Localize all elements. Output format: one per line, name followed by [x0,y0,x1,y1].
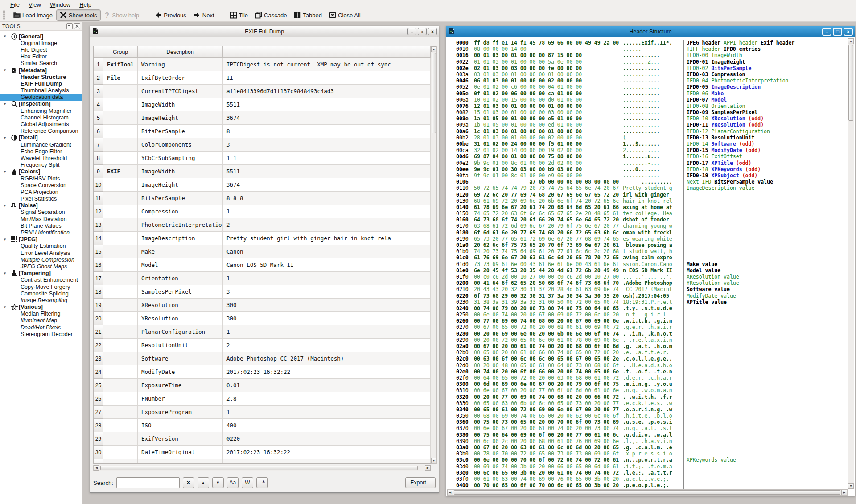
collapse-arrow-icon[interactable]: ▼ [0,136,10,140]
search-input[interactable] [116,477,180,488]
table-row[interactable]: 6BitsPerSample8 [94,125,431,138]
hex-line[interactable]: 02c000 63 00 6f 00 6c 00 6c00 65 00 67 0… [456,356,672,362]
table-row[interactable]: 24ModifyDate2017:02:23 16:32:22 [94,365,431,379]
table-row[interactable]: 21PlanarConfiguration1 [94,325,431,339]
minimize-icon[interactable]: – [407,28,416,35]
hex-line[interactable]: 039000 6c 00 2c 00 20 00 6800 61 00 76 0… [456,438,672,444]
exif-vscroll-thumb[interactable] [432,53,436,133]
table-row[interactable]: 13PhotometricInterpretation2 [94,218,431,232]
float-panel-icon[interactable] [66,23,73,29]
search-prev-icon[interactable]: ▲ [198,477,209,488]
hex-line[interactable]: 02e000 74 00 20 00 6f 00 6600 20 00 74 0… [456,369,672,375]
hex-line[interactable]: 02a000 67 00 20 00 61 00 7400 20 00 68 0… [456,343,672,349]
sidebar-item-hex-editor[interactable]: Hex Editor [0,53,82,60]
table-row[interactable]: 20YResolution300 [94,312,431,325]
table-row[interactable]: 29ExifVersion0220 [94,432,431,446]
sidebar-item-wavelet-threshold[interactable]: Wavelet Threshold [0,155,82,161]
hex-line[interactable]: 02b000 65 00 20 00 61 00 6600 74 00 65 0… [456,349,672,356]
table-row[interactable]: 22ResolutionUnit2 [94,339,431,352]
hex-line[interactable]: 017063 68 61 72 6d 69 6e 6720 79 6f 75 6… [456,223,672,229]
match-case-button[interactable]: Aa [227,477,239,488]
hex-line[interactable]: 001600 01 03 00 01 00 00 0087 15 00 00..… [456,52,672,58]
show-help-button[interactable]: ?Show help [101,9,143,21]
table-row[interactable]: 18SamplesPerPixel3 [94,285,431,299]
table-row[interactable]: 16ModelCanon EOS 5D Mark II [94,258,431,272]
column-header-index[interactable] [94,46,103,58]
hex-line[interactable]: 016064 73 68 6f 74 20 6f 6620 74 65 6e 6… [456,217,672,223]
sidebar-item-error-level-analysis[interactable]: Error Level Analysis [0,250,82,256]
next-button[interactable]: Next [190,9,218,21]
hex-line[interactable]: 035000 68 00 69 00 74 00 6500 20 00 62 0… [456,413,672,419]
hex-line[interactable]: 021020 43 43 20 32 30 31 3720 28 4d 61 6… [456,286,672,292]
tree-section-detail[interactable]: ▼[Detail] [0,135,82,141]
sidebar-item-luminance-gradient[interactable]: Luminance Gradient [0,141,82,148]
tree-section-metadata[interactable]: ▼[Metadata] [0,67,82,74]
hex-line[interactable]: 031000 6e 00 67 00 20 00 7700 6f 00 6d 0… [456,387,672,393]
tree-section-general[interactable]: ▼[General] [0,33,82,40]
hex-line[interactable]: 02206f 73 68 29 00 32 30 3137 3a 30 34 3… [456,293,672,299]
sidebar-item-illuminant-map[interactable]: Illuminant Map [0,317,82,324]
hex-line[interactable]: 01e06e 20 45 4f 53 20 35 4420 4d 61 72 6… [456,267,672,274]
tile-button[interactable]: Tile [226,9,251,21]
hex-line[interactable]: 030000 6d 00 69 00 6e 00 6700 20 00 79 0… [456,381,672,387]
collapse-arrow-icon[interactable]: ▼ [0,34,10,38]
sidebar-item-geolocation-data[interactable]: Geolocation data [0,94,82,101]
hex-line[interactable]: 020000 41 64 6f 62 65 20 5068 6f 74 6f 7… [456,280,672,286]
sidebar-item-pixel-statistics[interactable]: Pixel Statistics [0,196,82,202]
hex-line[interactable]: 009a1b 01 05 00 01 00 00 00ed 01 00 00..… [456,122,672,128]
sidebar-item-pca-projection[interactable]: PCA Projection [0,188,82,195]
sidebar-item-copy-move-forgery[interactable]: Copy-Move Forgery [0,283,82,290]
clear-search-icon[interactable]: ✕ [183,477,194,488]
hex-line[interactable]: 00be31 01 02 00 24 00 00 00f5 01 00 001.… [456,141,672,147]
hex-line[interactable]: 00e29b 9c 01 00 8c 01 00 002d 02 00 00..… [456,160,672,166]
hex-line[interactable]: 019065 73 20 77 65 61 72 696e 67 20 77 6… [456,236,672,242]
table-row[interactable]: 3CurrentIPTCDigestaf1e84f3396d7d1f137c98… [94,85,431,98]
sidebar-item-signal-separation[interactable]: Signal Separation [0,209,82,216]
table-row[interactable]: 4ImageWidth5511 [94,98,431,111]
table-row[interactable]: 26FNumber2.8 [94,392,431,406]
column-header-value[interactable] [223,46,431,58]
hex-line[interactable]: 01a020 62 6c 6f 75 73 65 2070 6f 73 69 6… [456,242,672,248]
sidebar-item-jpeg-ghost-maps[interactable]: JPEG Ghost Maps [0,263,82,270]
hex-line[interactable]: 03a000 67 00 20 00 63 00 6100 6c 00 6d 0… [456,444,672,451]
load-image-button[interactable]: Load image [10,9,56,21]
toolbar-drag-handle[interactable] [3,10,5,20]
sidebar-item-composite-splicing[interactable]: Composite Splicing [0,290,82,297]
collapse-arrow-icon[interactable]: ▼ [0,305,10,309]
sidebar-item-echo-edge-filter[interactable]: Echo Edge Filter [0,148,82,155]
hex-line[interactable]: 03b000 78 00 70 00 72 00 6500 73 00 73 0… [456,451,672,457]
hex-line[interactable]: 00ee9e 9c 01 00 30 03 00 00b9 03 00 00..… [456,166,672,172]
sidebar-item-thumbnail-analysis[interactable]: Thumbnail Analysis [0,87,82,94]
table-row[interactable]: 15MakeCanon [94,245,431,258]
sidebar-item-median-filtering[interactable]: Median Filtering [0,311,82,317]
table-row[interactable]: 25ExposureTime0.01 [94,379,431,392]
table-row[interactable]: 1ExifToolWarningIPTCDigest is not curren… [94,58,431,71]
hex-line[interactable]: 01f000 c0 c6 2d 00 10 27 0000 c0 c6 2d 0… [456,274,672,280]
hex-line[interactable]: 002201 01 03 00 01 00 00 005a 0e 00 00..… [456,59,672,65]
tree-section-colors[interactable]: ▼[Colors] [0,168,82,175]
sidebar-item-original-image[interactable]: Original Image [0,40,82,46]
menu-window[interactable]: Window [46,1,74,8]
scroll-left-icon[interactable]: ◀ [94,465,99,471]
tree-section-inspection[interactable]: ▼[Inspection] [0,101,82,107]
hex-line[interactable]: 001008 00 00 00 14 00...... [456,46,672,52]
hex-line[interactable]: 033000 65 00 63 00 6b 00 6c00 65 00 73 0… [456,400,672,406]
hex-line[interactable]: 01806f 6d 61 6e 20 77 69 7468 20 66 72 6… [456,229,672,236]
hex-line[interactable]: 013068 61 69 72 20 69 6e 206b 6e 6f 74 2… [456,198,672,204]
exif-horizontal-scrollbar[interactable]: ◀ ▶ [93,465,431,471]
sidebar-item-contrast-enhancement[interactable]: Contrast Enhancement [0,277,82,283]
hex-line[interactable]: 040000 70 00 65 00 6f 00 7000 6c 00 65 0… [456,482,672,488]
sidebar-item-file-digest[interactable]: File Digest [0,46,82,53]
collapse-arrow-icon[interactable]: ▼ [0,271,10,275]
sidebar-item-global-adjustments[interactable]: Global Adjustments [0,121,82,127]
hex-line[interactable]: 032000 20 00 77 00 69 00 7400 68 00 20 0… [456,394,672,400]
sidebar-item-quality-estimation[interactable]: Quality Estimation [0,243,82,250]
hex-line[interactable]: 00ca32 01 02 00 14 00 00 0019 02 00 002.… [456,147,672,153]
table-row[interactable]: 30DateTimeOriginal2017:02:23 16:32:22 [94,446,431,459]
hex-line[interactable]: 003a03 01 03 00 01 00 00 0001 00 00 00..… [456,71,672,78]
maximize-icon[interactable]: □ [833,28,842,36]
sidebar-item-bit-plane-values[interactable]: Bit Plane Values [0,222,82,229]
whole-word-button[interactable]: W [242,477,253,488]
table-row[interactable]: 31CreateDate2017:02:23 16:32:22 [94,459,431,464]
sidebar-item-channel-histogram[interactable]: Channel Histogram [0,114,82,121]
